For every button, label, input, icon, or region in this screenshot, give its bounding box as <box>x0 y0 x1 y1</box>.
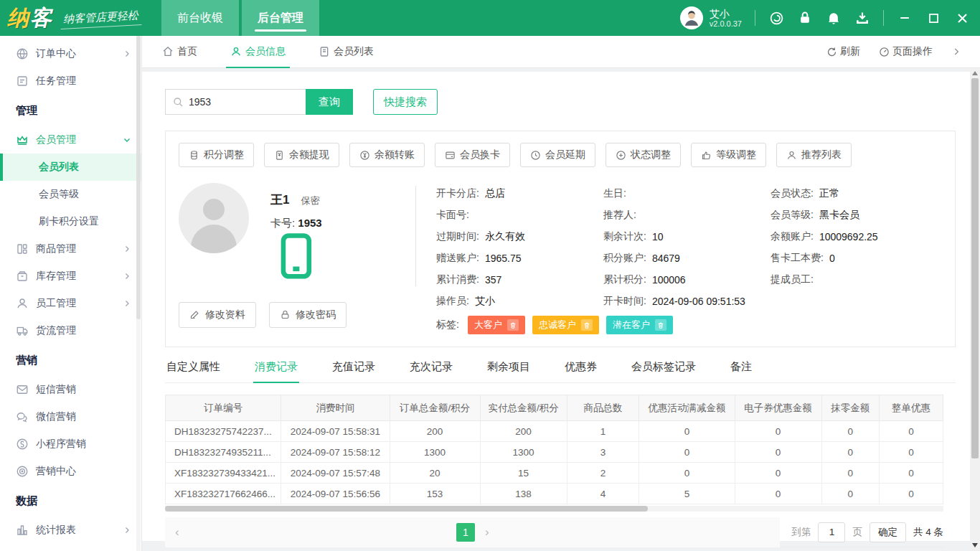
next-page-button[interactable]: › <box>485 525 489 540</box>
current-page-button[interactable]: 1 <box>456 523 475 542</box>
sidebar-section-marketing: 营销 <box>0 344 141 376</box>
tag-loyal-customer: 忠诚客户 <box>532 316 599 334</box>
sidebar-item-task-management[interactable]: 任务管理 <box>0 67 141 95</box>
points-account-value: 84679 <box>652 253 680 264</box>
sidebar-item-card-points-setting[interactable]: 刷卡积分设置 <box>0 208 141 235</box>
minimize-button[interactable] <box>897 10 913 26</box>
sidebar-item-inventory-management[interactable]: 库存管理 <box>0 263 141 290</box>
sidebar-item-member-level[interactable]: 会员等级 <box>0 181 141 208</box>
tab-remarks[interactable]: 备注 <box>729 360 753 382</box>
table-row[interactable]: DH18323275742237...2024-09-07 15:58:3120… <box>166 421 943 442</box>
tab-remaining-items[interactable]: 剩余项目 <box>486 360 532 382</box>
user-icon <box>230 46 242 57</box>
page-operations-button[interactable]: 页面操作 <box>879 45 933 58</box>
tab-consumption-records[interactable]: 消费记录 <box>253 360 299 382</box>
tab-front-cashier[interactable]: 前台收银 <box>161 0 239 36</box>
lock-icon[interactable] <box>797 10 813 26</box>
search-input[interactable] <box>165 89 306 115</box>
maximize-button[interactable] <box>925 10 941 26</box>
tab-member-tag-records[interactable]: 会员标签记录 <box>630 360 697 382</box>
sidebar-group-member-management[interactable]: 会员管理 <box>0 126 141 154</box>
sidebar-item-goods-management[interactable]: 商品管理 <box>0 235 141 263</box>
tag-potential-customer: 潜在客户 <box>606 316 673 334</box>
user-info[interactable]: 艾小 v2.0.0.37 <box>680 6 742 29</box>
member-tags: 标签: 大客户 忠诚客户 潜在客户 <box>436 314 942 336</box>
sidebar-item-logistics-management[interactable]: 货流管理 <box>0 317 141 344</box>
download-icon[interactable] <box>854 10 870 26</box>
divider <box>755 10 755 26</box>
quick-search-button[interactable]: 快捷搜索 <box>373 89 438 115</box>
member-level-value: 黑卡会员 <box>819 209 859 222</box>
goods-icon <box>16 242 29 255</box>
tab-custom-attributes[interactable]: 自定义属性 <box>165 360 222 382</box>
chevron-right-icon <box>123 245 131 253</box>
plus-circle-icon <box>616 150 626 161</box>
tag-big-customer: 大客户 <box>468 316 525 334</box>
table-row[interactable]: XF183232717662466...2024-09-07 15:56:561… <box>166 484 943 504</box>
prev-page-button[interactable]: ‹ <box>175 525 179 540</box>
tab-coupons[interactable]: 优惠券 <box>563 360 598 382</box>
delete-tag-icon[interactable] <box>655 319 666 331</box>
divider <box>883 10 884 26</box>
delete-tag-icon[interactable] <box>507 319 519 331</box>
refresh-icon <box>826 47 837 57</box>
task-icon <box>16 75 29 88</box>
sidebar-item-partial[interactable] <box>0 544 141 551</box>
remaining-times-value: 10 <box>652 231 664 242</box>
tab-home[interactable]: 首页 <box>162 36 197 68</box>
delete-tag-icon[interactable] <box>581 319 593 331</box>
total-points-value: 100006 <box>652 274 686 286</box>
chevron-right-icon <box>123 50 131 58</box>
crown-icon <box>16 133 29 146</box>
notification-bell-icon[interactable] <box>826 10 842 26</box>
sidebar-item-statistics-report[interactable]: 统计报表 <box>0 517 141 544</box>
member-extend-button[interactable]: 会员延期 <box>520 143 595 167</box>
sidebar-scrollbar[interactable] <box>136 36 141 551</box>
divider <box>415 186 416 286</box>
tab-recharge-records[interactable]: 充值记录 <box>331 360 377 382</box>
card-replace-button[interactable]: 会员换卡 <box>435 143 510 167</box>
sidebar-item-wechat-marketing[interactable]: 微信营销 <box>0 403 141 430</box>
chevron-down-icon <box>123 136 131 144</box>
query-button[interactable]: 查询 <box>306 89 353 115</box>
refresh-button[interactable]: 刷新 <box>826 45 860 58</box>
edit-password-button[interactable]: 修改密码 <box>269 302 347 328</box>
customer-service-icon[interactable] <box>768 10 784 26</box>
table-row[interactable]: XF183232739433421...2024-09-07 15:57:482… <box>166 463 943 484</box>
open-branch-value: 总店 <box>485 187 505 200</box>
sidebar-item-marketing-center[interactable]: 营销中心 <box>0 458 141 485</box>
sidebar-item-staff-management[interactable]: 员工管理 <box>0 290 141 317</box>
search-icon <box>172 96 184 108</box>
tab-backend-admin[interactable]: 后台管理 <box>242 0 319 36</box>
chevron-right-icon <box>123 299 131 308</box>
app-version: v2.0.0.37 <box>710 19 742 29</box>
table-row[interactable]: DH18323274935211...2024-09-07 15:58:1213… <box>166 442 943 463</box>
mode-tabs: 前台收银 后台管理 <box>161 0 322 36</box>
status-adjust-button[interactable]: 状态调整 <box>606 143 681 167</box>
gauge-icon <box>879 47 890 57</box>
sidebar-item-sms-marketing[interactable]: 短信营销 <box>0 376 141 403</box>
level-adjust-button[interactable]: 等级调整 <box>691 143 766 167</box>
balance-withdraw-button[interactable]: 余额提现 <box>264 143 339 167</box>
tab-times-recharge-records[interactable]: 充次记录 <box>408 360 454 382</box>
page-scrollbar[interactable] <box>970 68 980 551</box>
sidebar-item-order-center[interactable]: 订单中心 <box>0 40 141 67</box>
tab-member-info[interactable]: 会员信息 <box>230 36 286 68</box>
referral-list-button[interactable]: 推荐列表 <box>776 143 852 167</box>
sidebar-item-member-list[interactable]: 会员列表 <box>0 154 141 181</box>
expand-chevron-icon[interactable] <box>951 47 961 57</box>
horizontal-scrollbar[interactable] <box>165 506 943 512</box>
target-icon <box>16 465 29 478</box>
close-button[interactable] <box>954 10 970 26</box>
edit-pencil-icon <box>189 309 200 320</box>
points-adjust-button[interactable]: 积分调整 <box>179 143 254 167</box>
confirm-page-button[interactable]: 确定 <box>870 522 906 542</box>
balance-transfer-button[interactable]: 余额转账 <box>349 143 425 167</box>
operator-value: 艾小 <box>475 295 495 308</box>
member-gender: 保密 <box>301 194 319 207</box>
wallet-icon <box>274 150 285 161</box>
tab-member-list[interactable]: 会员列表 <box>319 36 374 68</box>
goto-page-input[interactable] <box>818 522 845 542</box>
edit-profile-button[interactable]: 修改资料 <box>179 302 256 328</box>
sidebar-item-miniprogram-marketing[interactable]: 小程序营销 <box>0 430 141 458</box>
